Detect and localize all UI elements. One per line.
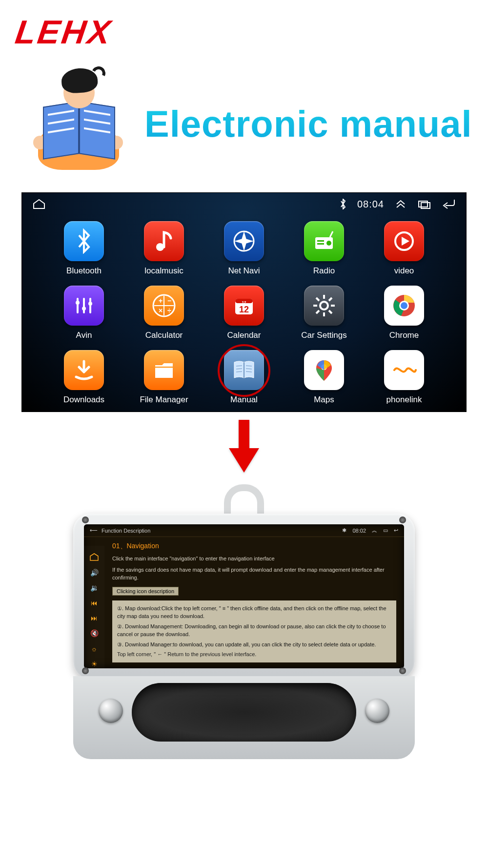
sidebar-home-icon[interactable] bbox=[88, 553, 100, 561]
app-localmusic[interactable]: localmusic bbox=[126, 221, 202, 276]
knob-right[interactable] bbox=[365, 699, 389, 723]
manual-ordered-list: ①. Map download:Click the top left corne… bbox=[112, 600, 396, 662]
bluetooth-status-icon bbox=[340, 199, 346, 209]
chevrons-up-mini-icon[interactable]: ︽ bbox=[372, 527, 377, 534]
app-label: Radio bbox=[313, 266, 335, 276]
app-label: Downloads bbox=[63, 395, 104, 405]
app-label: Bluetooth bbox=[66, 266, 102, 276]
app-label: Calendar bbox=[227, 331, 261, 340]
apps-grid: BluetoothlocalmusicNet NaviRadiovideoAvi… bbox=[22, 215, 466, 408]
svg-rect-0 bbox=[419, 201, 427, 207]
svg-point-38 bbox=[401, 302, 407, 309]
calendar-icon: 1212 bbox=[224, 286, 264, 326]
app-video[interactable]: video bbox=[366, 221, 442, 276]
back-icon[interactable] bbox=[442, 199, 455, 209]
gps-antenna bbox=[224, 484, 264, 514]
manual-item-2: ②. Download Management: Downloading, can… bbox=[117, 622, 391, 639]
manual-subhead: Clicking icon description bbox=[112, 587, 179, 596]
app-calculator[interactable]: +−×÷Calculator bbox=[126, 286, 202, 340]
app-label: Avin bbox=[76, 331, 92, 340]
chrome-icon bbox=[384, 286, 424, 326]
app-maps[interactable]: Maps bbox=[286, 350, 362, 405]
highlight-ring bbox=[218, 344, 270, 397]
sidebar-prev-icon[interactable]: ⏮ bbox=[88, 599, 100, 607]
app-calendar[interactable]: 1212Calendar bbox=[206, 286, 282, 340]
svg-line-35 bbox=[316, 310, 319, 313]
app-radio[interactable]: Radio bbox=[286, 221, 362, 276]
manual-section-title: 01、Navigation bbox=[112, 542, 396, 551]
app-label: Calculator bbox=[145, 331, 183, 340]
android-launcher: 08:04 BluetoothlocalmusicNet NaviRadiovi… bbox=[21, 192, 467, 412]
app-carsettings[interactable]: Car Settings bbox=[286, 286, 362, 340]
app-manual[interactable]: Manual bbox=[206, 350, 282, 405]
dash-panel bbox=[73, 676, 415, 759]
carsettings-icon bbox=[304, 286, 344, 326]
sidebar-next-icon[interactable]: ⏭ bbox=[88, 614, 100, 622]
app-filemanager[interactable]: File Manager bbox=[126, 350, 202, 405]
app-netnavi[interactable]: Net Navi bbox=[206, 221, 282, 276]
sidebar-vol-up-icon[interactable]: 🔊 bbox=[88, 568, 100, 577]
back-arrow-icon[interactable]: ⟵ bbox=[90, 527, 98, 534]
video-icon bbox=[384, 221, 424, 261]
manual-item-tail: Top left corner, " ← " Return to the pre… bbox=[117, 650, 391, 659]
app-label: video bbox=[394, 266, 414, 276]
app-avin[interactable]: Avin bbox=[46, 286, 122, 340]
bluetooth-icon bbox=[64, 221, 104, 261]
app-label: Car Settings bbox=[301, 331, 347, 340]
manual-screen: ⟵ Function Description ✱ 08:02 ︽ ▭ ↩ 🔊 🔉 bbox=[84, 524, 404, 668]
app-phonelink[interactable]: phonelink bbox=[366, 350, 442, 405]
status-bar: 08:04 bbox=[22, 193, 466, 215]
brand-logo: LEHX bbox=[13, 13, 115, 51]
svg-line-33 bbox=[329, 310, 332, 313]
calculator-icon: +−×÷ bbox=[144, 286, 184, 326]
svg-point-6 bbox=[326, 241, 331, 246]
app-label: Chrome bbox=[389, 331, 419, 340]
avin-icon bbox=[64, 286, 104, 326]
sidebar-bright-up-icon[interactable]: ☀ bbox=[88, 660, 100, 668]
recents-icon[interactable] bbox=[417, 199, 431, 209]
radio-icon bbox=[304, 221, 344, 261]
bluetooth-mini-icon: ✱ bbox=[342, 527, 346, 534]
app-bluetooth[interactable]: Bluetooth bbox=[46, 221, 122, 276]
app-downloads[interactable]: Downloads bbox=[46, 350, 122, 405]
svg-line-5 bbox=[330, 231, 333, 237]
svg-text:+: + bbox=[159, 297, 163, 305]
manual-item-1: ①. Map download:Click the top left corne… bbox=[117, 604, 391, 620]
svg-text:÷: ÷ bbox=[167, 307, 171, 314]
sidebar-vol-down-icon[interactable]: 🔉 bbox=[88, 583, 100, 592]
app-label: localmusic bbox=[144, 266, 183, 276]
app-label: File Manager bbox=[140, 395, 188, 405]
knob-left[interactable] bbox=[99, 699, 123, 723]
app-label: Net Navi bbox=[228, 266, 260, 276]
device-frame: ⟵ Function Description ✱ 08:02 ︽ ▭ ↩ 🔊 🔉 bbox=[73, 514, 415, 679]
manual-topbar-title: Function Description bbox=[102, 528, 150, 534]
app-label: phonelink bbox=[386, 395, 422, 405]
app-label: Maps bbox=[314, 395, 334, 405]
page-title: Electronic manual bbox=[144, 103, 472, 145]
back-mini-icon[interactable]: ↩ bbox=[394, 527, 398, 534]
svg-line-32 bbox=[316, 298, 319, 301]
status-time: 08:04 bbox=[357, 199, 384, 210]
sidebar-mute-icon[interactable]: 🔇 bbox=[88, 629, 100, 638]
recents-mini-icon[interactable]: ▭ bbox=[383, 527, 388, 534]
svg-point-15 bbox=[88, 302, 92, 306]
home-outline-icon[interactable] bbox=[33, 199, 45, 209]
reader-illustration bbox=[29, 77, 127, 170]
svg-rect-7 bbox=[317, 240, 324, 242]
chevrons-up-icon[interactable] bbox=[395, 199, 407, 209]
phonelink-icon bbox=[384, 350, 424, 390]
svg-point-13 bbox=[76, 301, 80, 305]
manual-line-2: If the savings card does not have map da… bbox=[112, 566, 396, 582]
manual-topbar: ⟵ Function Description ✱ 08:02 ︽ ▭ ↩ bbox=[84, 524, 404, 537]
svg-rect-1 bbox=[421, 203, 430, 208]
device-wrap: ⟵ Function Description ✱ 08:02 ︽ ▭ ↩ 🔊 🔉 bbox=[0, 484, 488, 779]
arrow-down-icon bbox=[0, 420, 488, 474]
svg-text:−: − bbox=[167, 297, 171, 305]
manual-time: 08:02 bbox=[352, 528, 366, 534]
app-chrome[interactable]: Chrome bbox=[366, 286, 442, 340]
sidebar-bright-down-icon[interactable]: ☼ bbox=[88, 644, 100, 653]
svg-text:12: 12 bbox=[242, 300, 246, 305]
manual-item-3: ③. Download Manager:to download, you can… bbox=[117, 641, 391, 649]
title-row: Electronic manual bbox=[0, 51, 488, 177]
svg-text:×: × bbox=[159, 307, 163, 314]
